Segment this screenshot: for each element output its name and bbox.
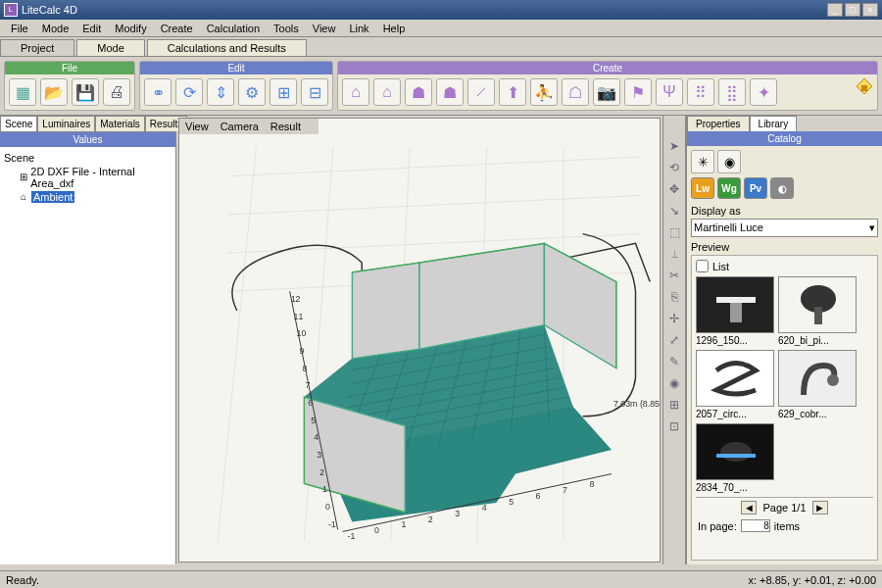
menu-edit[interactable]: Edit — [75, 23, 108, 34]
right-tab-properties[interactable]: Properties — [687, 116, 750, 131]
svg-text:1: 1 — [322, 484, 327, 494]
align-icon[interactable]: ⊞ — [270, 78, 297, 106]
person-icon[interactable]: ⛹ — [530, 78, 558, 106]
menu-help[interactable]: Help — [376, 23, 413, 34]
page-next-button[interactable]: ► — [812, 501, 828, 514]
scale-icon[interactable]: ⤢ — [664, 330, 684, 350]
top-tab-calculations-and-results[interactable]: Calculations and Results — [147, 39, 307, 56]
vp-menu-camera[interactable]: Camera — [220, 121, 259, 132]
tree-item-label: Ambient — [31, 191, 74, 203]
vp-menu-view[interactable]: View — [185, 121, 209, 132]
menu-create[interactable]: Create — [154, 23, 200, 34]
left-tab-luminaires[interactable]: Luminaires — [37, 116, 95, 131]
left-tab-scene[interactable]: Scene — [0, 116, 37, 131]
bulb-filter-icon[interactable]: ◉ — [717, 150, 741, 173]
dots-icon[interactable]: ⣿ — [718, 78, 746, 106]
svg-rect-72 — [779, 351, 857, 407]
list-checkbox[interactable] — [696, 260, 709, 272]
top-tab-project[interactable]: Project — [0, 39, 74, 56]
close-button[interactable]: × — [862, 3, 878, 17]
lw-brand[interactable]: Lw — [691, 177, 714, 199]
orbit-icon[interactable]: ⟲ — [664, 158, 684, 177]
move-icon[interactable]: ✢ — [664, 309, 684, 328]
camera-icon[interactable]: 📷 — [593, 78, 620, 106]
menu-calculation[interactable]: Calculation — [200, 23, 267, 34]
menu-file[interactable]: File — [4, 23, 35, 34]
height-icon[interactable]: ⇕ — [207, 78, 234, 106]
rotate-icon[interactable]: ⟳ — [175, 78, 203, 106]
minimize-button[interactable]: _ — [827, 3, 843, 17]
new-icon[interactable]: ▦ — [9, 78, 36, 106]
measure-icon[interactable]: ⟂ — [664, 244, 684, 264]
building-icon[interactable]: ☗ — [405, 78, 432, 106]
svg-text:4: 4 — [314, 432, 318, 442]
scene-tree: Scene ⊞2D DXF File - Internal Area_dxf⌂A… — [0, 147, 175, 564]
canvas-3d[interactable]: 7.03m (8.85, 0.01) -1012345678 -10123456… — [179, 119, 660, 551]
path-icon[interactable]: ⟋ — [467, 78, 495, 106]
pointer-icon[interactable]: ➤ — [664, 136, 684, 156]
tree-root[interactable]: Scene — [4, 151, 172, 165]
link-icon[interactable]: ⚭ — [144, 78, 172, 106]
group-icon[interactable]: ⚙ — [238, 78, 266, 106]
inpage-input[interactable] — [741, 519, 770, 532]
menu-view[interactable]: View — [306, 23, 343, 34]
flag-icon[interactable]: ⚑ — [624, 78, 652, 106]
snap-icon[interactable]: ⊡ — [664, 416, 684, 436]
edit-group-header: Edit — [140, 62, 332, 74]
tree-item[interactable]: ⌂Ambient — [4, 190, 172, 204]
page-prev-button[interactable]: ◄ — [741, 501, 757, 514]
vp-menu-result[interactable]: Result — [270, 121, 301, 132]
distribute-icon[interactable]: ⊟ — [301, 78, 328, 106]
structure-icon[interactable]: ☗ — [436, 78, 464, 106]
grid-toggle-icon[interactable]: ⊞ — [664, 395, 684, 415]
catalog-thumb[interactable]: 2057_circ... — [696, 350, 774, 419]
paint-icon[interactable]: ✎ — [664, 352, 684, 371]
values-header: Values — [0, 132, 175, 147]
select-icon[interactable]: ⬚ — [664, 222, 684, 242]
menu-mode[interactable]: Mode — [35, 23, 76, 34]
palm-icon[interactable]: Ψ — [656, 78, 683, 106]
drop-icon[interactable]: ◉ — [664, 373, 684, 393]
maximize-button[interactable]: □ — [845, 3, 860, 17]
viewport-menu: ViewCameraResult — [179, 119, 318, 134]
pan-icon[interactable]: ✥ — [664, 179, 684, 199]
cut-icon[interactable]: ✂ — [664, 266, 684, 285]
tree-item[interactable]: ⊞2D DXF File - Internal Area_dxf — [4, 165, 172, 190]
wg-brand[interactable]: Wg — [717, 177, 741, 199]
catalog-thumb[interactable]: 629_cobr... — [778, 350, 857, 419]
room-icon[interactable]: ⌂ — [342, 78, 369, 106]
svg-rect-67 — [730, 303, 742, 322]
home-diamond-icon[interactable] — [855, 76, 874, 96]
thumb-label: 2057_circ... — [696, 407, 774, 419]
status-coords: x: +8.85, y: +0.01, z: +0.00 — [748, 574, 876, 586]
house-icon[interactable]: ⌂ — [373, 78, 401, 106]
left-tab-materials[interactable]: Materials — [95, 116, 145, 131]
catalog-thumb[interactable]: 2834_70_... — [696, 423, 774, 493]
light-icon[interactable]: ⬆ — [499, 78, 526, 106]
svg-text:1: 1 — [401, 519, 406, 529]
copy-icon[interactable]: ⎘ — [664, 287, 684, 307]
manufacturer-dropdown[interactable]: Martinelli Luce ▾ — [691, 219, 878, 237]
zoom-icon[interactable]: ↘ — [664, 201, 684, 220]
catalog-thumb[interactable]: 620_bi_pi... — [778, 276, 857, 346]
menu-modify[interactable]: Modify — [108, 23, 153, 34]
viewport-3d[interactable]: ViewCameraResult — [178, 118, 661, 563]
page-label: Page 1/1 — [762, 502, 806, 514]
menu-link[interactable]: Link — [342, 23, 375, 34]
print-icon[interactable]: 🖨 — [103, 78, 130, 106]
lamp-filter-icon[interactable]: ✳ — [691, 150, 714, 173]
display-as-label: Display as — [691, 205, 878, 217]
grid-icon[interactable]: ⠿ — [687, 78, 714, 106]
other-brand[interactable]: ◐ — [770, 177, 794, 199]
menu-tools[interactable]: Tools — [267, 23, 306, 34]
more-icon[interactable]: ✦ — [750, 78, 777, 106]
pv-brand[interactable]: Pv — [744, 177, 767, 199]
svg-text:7: 7 — [563, 485, 567, 495]
right-tab-library[interactable]: Library — [750, 116, 798, 131]
top-tab-mode[interactable]: Mode — [76, 39, 145, 56]
svg-text:3: 3 — [317, 450, 321, 460]
object-icon[interactable]: ☖ — [562, 78, 589, 106]
save-icon[interactable]: 💾 — [72, 78, 99, 106]
catalog-thumb[interactable]: 1296_150... — [696, 276, 774, 346]
open-icon[interactable]: 📂 — [40, 78, 68, 106]
